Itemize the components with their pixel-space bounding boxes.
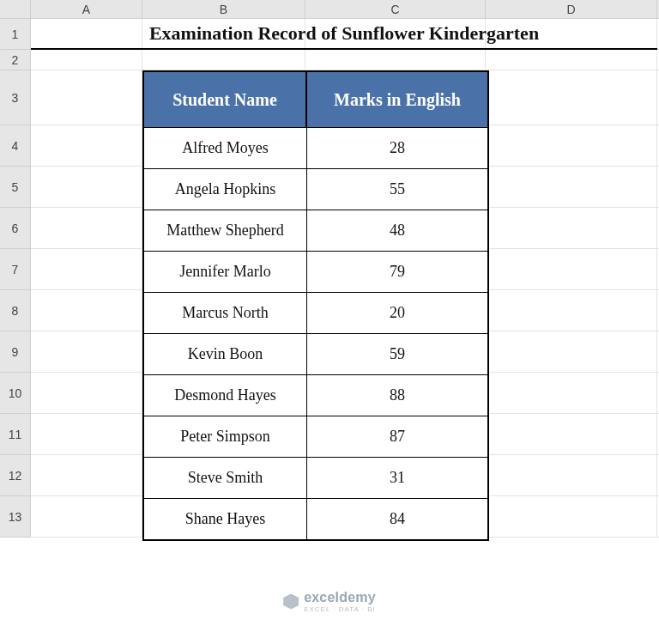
header-marks-english[interactable]: Marks in English bbox=[307, 72, 487, 127]
cell-marks[interactable]: 31 bbox=[307, 458, 487, 498]
row-header-9[interactable]: 9 bbox=[0, 331, 30, 373]
watermark-brand: exceldemy bbox=[304, 590, 376, 605]
column-header-a[interactable]: A bbox=[31, 0, 142, 18]
row-header-2[interactable]: 2 bbox=[0, 50, 30, 70]
table-row: Shane Hayes 84 bbox=[144, 498, 487, 539]
cell-marks[interactable]: 88 bbox=[307, 375, 487, 416]
cell-student-name[interactable]: Marcus North bbox=[144, 293, 307, 333]
row-header-11[interactable]: 11 bbox=[0, 414, 30, 455]
cell-marks[interactable]: 28 bbox=[307, 128, 487, 168]
table-row: Marcus North 20 bbox=[144, 292, 487, 333]
select-all-corner[interactable] bbox=[0, 0, 31, 19]
cell-marks[interactable]: 59 bbox=[307, 334, 487, 374]
table-row: Steve Smith 31 bbox=[144, 457, 487, 498]
cell-student-name[interactable]: Alfred Moyes bbox=[144, 128, 307, 168]
watermark-tagline: EXCEL · DATA · BI bbox=[304, 605, 376, 613]
row-header-4[interactable]: 4 bbox=[0, 125, 30, 167]
cell-marks[interactable]: 84 bbox=[307, 499, 487, 539]
cell-marks[interactable]: 87 bbox=[307, 416, 487, 457]
row-header-8[interactable]: 8 bbox=[0, 290, 30, 331]
table-row: Peter Simpson 87 bbox=[144, 416, 487, 457]
cell-student-name[interactable]: Angela Hopkins bbox=[144, 169, 307, 210]
row-header-10[interactable]: 10 bbox=[0, 373, 30, 414]
data-table: Student Name Marks in English Alfred Moy… bbox=[142, 70, 489, 541]
row-header-3[interactable]: 3 bbox=[0, 70, 30, 125]
cell-marks[interactable]: 20 bbox=[307, 293, 487, 333]
table-row: Kevin Boon 59 bbox=[144, 333, 487, 374]
spreadsheet: A B C D 1 2 3 4 5 6 7 8 9 10 11 12 13 Ex… bbox=[0, 0, 659, 644]
grid-area[interactable]: Examination Record of Sunflower Kinderga… bbox=[31, 19, 659, 644]
cell-student-name[interactable]: Matthew Shepherd bbox=[144, 210, 307, 251]
row-headers: 1 2 3 4 5 6 7 8 9 10 11 12 13 bbox=[0, 19, 31, 538]
table-row: Alfred Moyes 28 bbox=[144, 127, 487, 168]
table-header-row: Student Name Marks in English bbox=[144, 72, 487, 127]
header-student-name[interactable]: Student Name bbox=[144, 72, 307, 127]
row-header-1[interactable]: 1 bbox=[0, 19, 30, 50]
column-header-b[interactable]: B bbox=[142, 0, 305, 18]
cell-student-name[interactable]: Shane Hayes bbox=[144, 499, 307, 539]
cell-student-name[interactable]: Kevin Boon bbox=[144, 334, 307, 374]
cell-marks[interactable]: 79 bbox=[307, 252, 487, 292]
cell-marks[interactable]: 48 bbox=[307, 210, 487, 251]
row-header-6[interactable]: 6 bbox=[0, 208, 30, 249]
watermark: exceldemy EXCEL · DATA · BI bbox=[0, 590, 659, 613]
cell-student-name[interactable]: Steve Smith bbox=[144, 458, 307, 498]
cell-student-name[interactable]: Peter Simpson bbox=[144, 416, 307, 457]
row-header-5[interactable]: 5 bbox=[0, 167, 30, 208]
column-header-d[interactable]: D bbox=[486, 0, 657, 18]
column-header-c[interactable]: C bbox=[305, 0, 486, 18]
cell-marks[interactable]: 55 bbox=[307, 169, 487, 210]
table-row: Jennifer Marlo 79 bbox=[144, 251, 487, 292]
table-row: Matthew Shepherd 48 bbox=[144, 210, 487, 251]
row-header-13[interactable]: 13 bbox=[0, 496, 30, 538]
table-row: Desmond Hayes 88 bbox=[144, 374, 487, 416]
cube-icon bbox=[283, 594, 299, 610]
watermark-text: exceldemy EXCEL · DATA · BI bbox=[304, 590, 376, 613]
row-header-7[interactable]: 7 bbox=[0, 249, 30, 290]
cell-student-name[interactable]: Jennifer Marlo bbox=[144, 252, 307, 292]
column-headers: A B C D bbox=[31, 0, 659, 19]
page-title[interactable]: Examination Record of Sunflower Kinderga… bbox=[31, 19, 657, 50]
table-row: Angela Hopkins 55 bbox=[144, 168, 487, 210]
row-header-12[interactable]: 12 bbox=[0, 455, 30, 496]
cell-student-name[interactable]: Desmond Hayes bbox=[144, 375, 307, 416]
